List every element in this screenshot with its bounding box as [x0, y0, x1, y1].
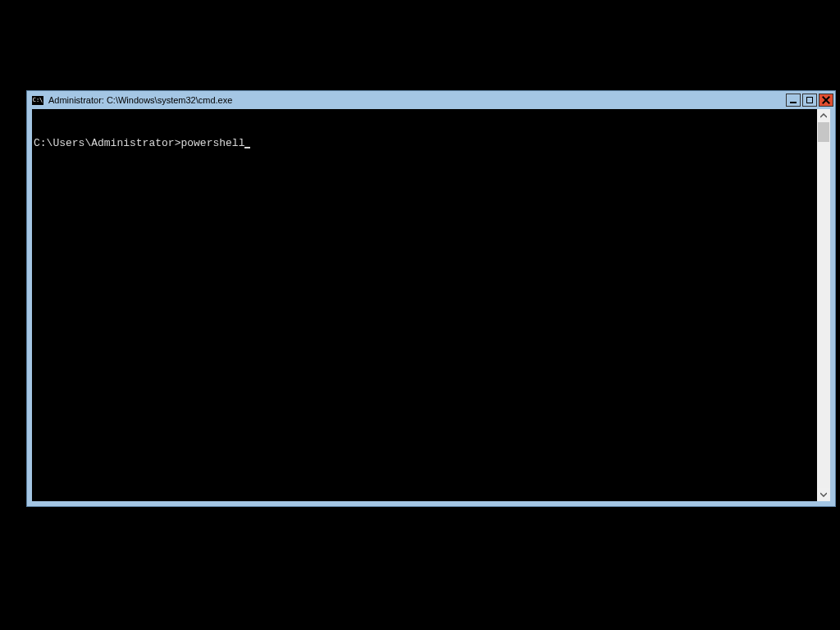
cmd-window: C:\ Administrator: C:\Windows\system32\c…	[26, 90, 836, 507]
close-button[interactable]	[819, 94, 833, 107]
maximize-button[interactable]	[802, 94, 817, 107]
terminal-input: powershell	[180, 137, 244, 149]
terminal-area[interactable]: C:\Users\Administrator>powershell	[32, 109, 817, 501]
window-body: C:\Users\Administrator>powershell	[32, 109, 830, 501]
scroll-down-button[interactable]	[817, 488, 830, 501]
scrollbar-thumb[interactable]	[818, 122, 829, 142]
terminal-prompt-line: C:\Users\Administrator>powershell	[34, 137, 250, 149]
window-title: Administrator: C:\Windows\system32\cmd.e…	[48, 95, 786, 105]
terminal-prompt: C:\Users\Administrator>	[34, 137, 180, 149]
chevron-up-icon	[820, 113, 827, 118]
chevron-down-icon	[820, 492, 827, 497]
minimize-button[interactable]	[786, 94, 801, 107]
scrollbar-track[interactable]	[817, 122, 830, 488]
maximize-icon	[806, 97, 813, 103]
minimize-icon	[790, 102, 797, 103]
titlebar[interactable]: C:\ Administrator: C:\Windows\system32\c…	[27, 91, 835, 109]
cmd-icon: C:\	[32, 96, 43, 105]
close-icon	[822, 96, 830, 104]
vertical-scrollbar[interactable]	[817, 109, 830, 501]
scroll-up-button[interactable]	[817, 109, 830, 122]
window-controls	[786, 94, 833, 107]
terminal-cursor	[244, 147, 250, 148]
cmd-icon-label: C:\	[33, 98, 43, 103]
